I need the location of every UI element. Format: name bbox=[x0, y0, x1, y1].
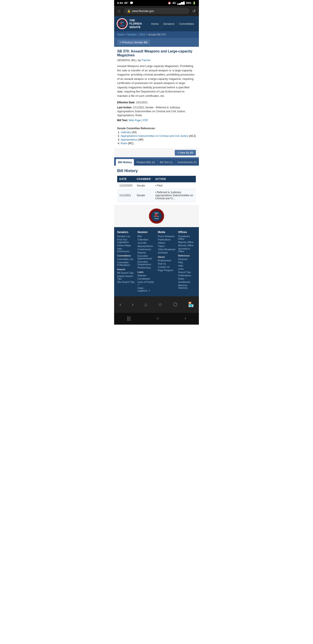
sponsor-link[interactable]: Farmer bbox=[142, 58, 151, 62]
site-header: SENATE STATE OF FLORIDA THE FLORIDA SENA… bbox=[114, 16, 199, 31]
footer-appropriations[interactable]: Appropriations bbox=[138, 245, 155, 247]
breadcrumb-year[interactable]: 2021 bbox=[139, 33, 145, 36]
logo-text: THE FLORIDA SENATE bbox=[129, 19, 142, 29]
svg-rect-13 bbox=[155, 214, 156, 216]
footer-rules[interactable]: Rules bbox=[178, 278, 196, 280]
breadcrumb-session[interactable]: Session bbox=[127, 33, 136, 36]
messenger-icon: 💬 bbox=[130, 1, 133, 4]
footer-advisory-opinions[interactable]: Advisory Opinions bbox=[178, 284, 196, 289]
breadcrumb-home[interactable]: Home bbox=[117, 33, 124, 36]
footer-press-releases[interactable]: Press Releases bbox=[158, 235, 176, 238]
footer-schedule[interactable]: Schedule bbox=[158, 251, 176, 254]
footer-secretary-office[interactable]: Secretary's Office bbox=[178, 247, 196, 252]
footer-ref-publications[interactable]: Publications bbox=[178, 274, 196, 277]
prev-bill-bar: < Previous Senate Bill bbox=[114, 38, 199, 47]
footer-senator-list[interactable]: Senator List bbox=[117, 235, 135, 238]
bill-text-web[interactable]: Web Page bbox=[129, 119, 141, 122]
footer-contact-us[interactable]: Contact Us bbox=[158, 266, 176, 268]
bill-text-pdf[interactable]: PDF bbox=[143, 119, 148, 122]
footer-calendars[interactable]: Calendars bbox=[138, 238, 155, 241]
tab-bill-history[interactable]: Bill History bbox=[116, 159, 134, 166]
footer-minority-office[interactable]: Minority Office bbox=[178, 244, 196, 247]
footer-heading-senators: Senators bbox=[117, 230, 135, 234]
android-back-button[interactable]: ‹ bbox=[185, 316, 186, 321]
footer-video-broadcast[interactable]: Video Broadcast bbox=[158, 248, 176, 251]
footer-glossary[interactable]: Glossary bbox=[178, 258, 196, 260]
view-by-bill-bar: ≡ View By Bill bbox=[114, 148, 199, 157]
nav-forward-button[interactable]: › bbox=[128, 300, 137, 309]
footer-heading-search: Search bbox=[117, 268, 135, 271]
tab-related-bills[interactable]: Related Bills (0) bbox=[134, 159, 157, 166]
status-bar: 9:44 45° 💬 ⏰ 4G ▂▄▆█ 59% 🔋 bbox=[114, 0, 199, 6]
footer-majority-office[interactable]: Majority Office bbox=[178, 241, 196, 244]
footer-exec-appointments[interactable]: Executive Appointments bbox=[138, 254, 155, 260]
footer-videos[interactable]: Videos bbox=[158, 242, 176, 244]
footer-laws-florida[interactable]: Laws of Florida ↗ bbox=[138, 281, 155, 286]
committee-list: Judiciary (JU) Appropriations Subcommitt… bbox=[117, 131, 196, 145]
footer-search-tips[interactable]: Search Tips bbox=[178, 271, 196, 274]
footer-visit-us[interactable]: Visit Us bbox=[158, 262, 176, 265]
url-bar[interactable]: 🔒 www.flsenate.gov bbox=[124, 8, 190, 14]
footer-constitution[interactable]: Constitution bbox=[138, 278, 155, 280]
svg-text:FLORIDA: FLORIDA bbox=[120, 25, 124, 26]
senate-seal: SENATE STATE OF FLORIDA bbox=[117, 18, 128, 29]
date-cell: 12/22/2020 bbox=[117, 182, 135, 189]
tab-amendments[interactable]: Amendments (0) bbox=[175, 159, 199, 166]
refresh-icon[interactable]: ↺ bbox=[192, 8, 196, 14]
nav-senators[interactable]: Senators bbox=[161, 19, 177, 29]
tab-bill-text[interactable]: Bill Text (1) bbox=[158, 159, 175, 166]
android-home-button[interactable]: ○ bbox=[156, 316, 159, 321]
bill-title: SB 370: Assault Weapons and Large-capaci… bbox=[117, 50, 196, 57]
footer-order-legistore[interactable]: Order - Legistore ↗ bbox=[138, 287, 155, 292]
footer-faq[interactable]: FAQ bbox=[178, 261, 196, 264]
footer-handbooks[interactable]: Handbooks bbox=[178, 281, 196, 283]
prev-bill-link[interactable]: < Previous Senate Bill bbox=[117, 40, 150, 45]
footer-district-maps[interactable]: District Maps bbox=[117, 244, 135, 247]
footer-topics[interactable]: Topics bbox=[158, 245, 176, 247]
footer-vote-disclosures[interactable]: Vote Disclosures bbox=[117, 247, 135, 252]
footer-journals[interactable]: Journals bbox=[138, 242, 155, 244]
footer-statute-search-tips[interactable]: Statute Search Tips bbox=[117, 275, 135, 280]
footer-help[interactable]: Help bbox=[178, 264, 196, 267]
nav-back-button[interactable]: ‹ bbox=[116, 300, 125, 309]
footer-committee-list[interactable]: Committee List bbox=[117, 258, 135, 260]
lock-icon: 🔒 bbox=[127, 9, 131, 12]
temperature: 45° bbox=[124, 1, 128, 4]
footer-redistricting[interactable]: Redistricting bbox=[138, 266, 155, 269]
footer-bill-search-tips[interactable]: Bill Search Tips bbox=[117, 272, 135, 274]
android-menu-button[interactable]: ||| bbox=[127, 316, 131, 321]
footer-publications[interactable]: Publications bbox=[158, 238, 176, 241]
footer-heading-committees: Committees bbox=[117, 254, 135, 257]
nav-home[interactable]: Home bbox=[149, 19, 161, 29]
footer-page-program[interactable]: Page Program bbox=[158, 269, 176, 272]
footer-exec-suspensions[interactable]: Executive Suspensions bbox=[138, 260, 155, 266]
bookmark-icon[interactable]: ☆ bbox=[117, 8, 121, 14]
nav-session[interactable]: Session bbox=[197, 19, 199, 29]
footer-conferences[interactable]: Conferences bbox=[138, 248, 155, 251]
footer-find-legislators[interactable]: Find Your Legislators bbox=[117, 238, 135, 244]
committee-item-4: Rules (RC) bbox=[121, 142, 196, 145]
status-left: 9:44 45° 💬 bbox=[117, 1, 133, 4]
footer-heading-reference: Reference bbox=[178, 254, 196, 257]
footer-reports[interactable]: Reports bbox=[138, 251, 155, 254]
footer-statutes[interactable]: Statutes bbox=[138, 274, 155, 277]
nav-favorites-button[interactable]: ☆ bbox=[155, 300, 166, 309]
fab-shop-button[interactable]: 🏪 bbox=[185, 298, 197, 311]
svg-rect-5 bbox=[120, 23, 122, 24]
footer-presidents-office[interactable]: President's Office bbox=[178, 235, 196, 240]
nav-committees[interactable]: Committees bbox=[177, 19, 197, 29]
footer-committee-publications[interactable]: Committee Publications bbox=[117, 261, 135, 266]
footer-employment[interactable]: Employment bbox=[158, 259, 176, 262]
footer-bills[interactable]: Bills bbox=[138, 235, 155, 238]
committee-item-2: Appropriations Subcommittee on Criminal … bbox=[121, 134, 196, 138]
bill-history-title: Bill History bbox=[117, 168, 196, 173]
chamber-cell: Senate bbox=[135, 182, 153, 189]
committee-references: Senate Committee References: Judiciary (… bbox=[117, 127, 196, 146]
view-by-bill-button[interactable]: ≡ View By Bill bbox=[175, 150, 196, 156]
footer-links[interactable]: Links bbox=[178, 268, 196, 270]
nav-home-button[interactable]: ⌂ bbox=[141, 300, 151, 309]
bill-description: Assault Weapons and Large-capacity Magaz… bbox=[117, 64, 196, 98]
nav-tabs-button[interactable]: ⬡ bbox=[170, 300, 181, 309]
site-logo: SENATE STATE OF FLORIDA THE FLORIDA SENA… bbox=[114, 16, 149, 31]
footer-site-search-tips[interactable]: Site Search Tips bbox=[117, 281, 135, 283]
